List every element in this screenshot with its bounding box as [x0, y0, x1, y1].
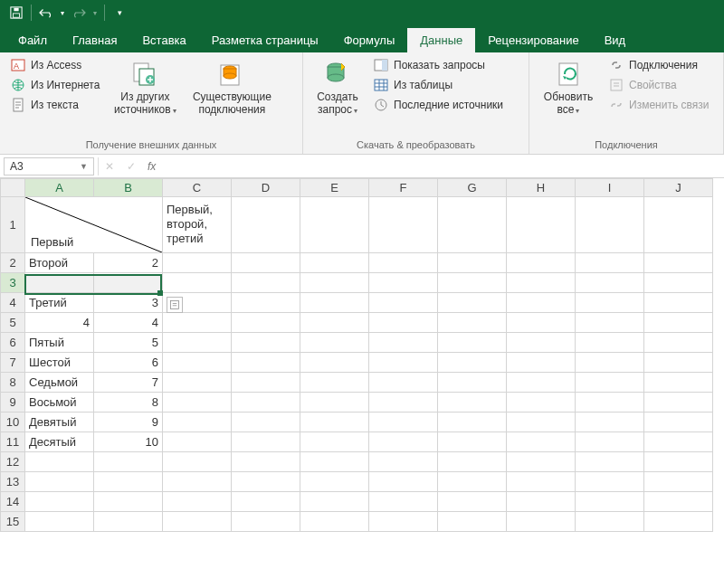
cell[interactable] [232, 353, 300, 373]
col-header-j[interactable]: J [644, 179, 713, 197]
cell[interactable] [300, 273, 369, 293]
cell[interactable] [94, 512, 163, 532]
cell[interactable] [644, 313, 713, 333]
cell[interactable] [438, 432, 507, 452]
cell[interactable] [232, 432, 300, 452]
cell-a5[interactable]: 4 [25, 313, 94, 333]
cell[interactable] [369, 253, 438, 273]
cell[interactable] [576, 273, 644, 293]
cell[interactable] [576, 492, 644, 512]
cell[interactable] [163, 393, 232, 413]
cell[interactable] [369, 512, 438, 532]
cell[interactable] [576, 197, 644, 253]
tab-insert[interactable]: Вставка [129, 28, 198, 52]
cell[interactable] [300, 353, 369, 373]
cell[interactable] [25, 472, 94, 492]
row-header-8[interactable]: 8 [1, 373, 25, 393]
cell[interactable] [369, 432, 438, 452]
cell-b2[interactable]: 2 [94, 253, 163, 273]
worksheet-grid[interactable]: A B C D E F G H I J 1 Первый Первый, вто… [0, 178, 724, 532]
cell[interactable] [507, 353, 576, 373]
cell-b5[interactable]: 4 [94, 313, 163, 333]
name-box[interactable]: A3 ▼ [4, 157, 94, 175]
cancel-button[interactable]: ✕ [99, 160, 120, 173]
row-header-7[interactable]: 7 [1, 353, 25, 373]
cell[interactable] [163, 273, 232, 293]
cell[interactable] [644, 452, 713, 472]
tab-home[interactable]: Главная [60, 28, 129, 52]
cell[interactable] [369, 472, 438, 492]
cell[interactable] [300, 393, 369, 413]
cell[interactable] [163, 452, 232, 472]
cell[interactable] [232, 253, 300, 273]
from-other-sources-button[interactable]: Из других источников▾ [109, 56, 181, 118]
cell-a4[interactable]: Третий [25, 293, 94, 313]
cell[interactable] [438, 472, 507, 492]
cell[interactable] [25, 492, 94, 512]
cell-a6[interactable]: Пятый [25, 333, 94, 353]
cell[interactable] [576, 393, 644, 413]
cell[interactable] [300, 432, 369, 452]
cell[interactable] [438, 373, 507, 393]
properties-button[interactable]: Свойства [605, 76, 712, 94]
redo-dropdown[interactable]: ▾ [90, 2, 100, 24]
cell[interactable] [644, 197, 713, 253]
cell-a3[interactable] [25, 273, 94, 293]
cell[interactable] [300, 313, 369, 333]
cell[interactable] [576, 293, 644, 313]
row-header-12[interactable]: 12 [1, 452, 25, 472]
cell[interactable] [438, 273, 507, 293]
tab-page-layout[interactable]: Разметка страницы [199, 28, 331, 52]
cell[interactable] [369, 313, 438, 333]
cell[interactable] [576, 472, 644, 492]
cell[interactable] [507, 197, 576, 253]
cell[interactable] [438, 313, 507, 333]
cell[interactable] [369, 333, 438, 353]
cell[interactable] [576, 253, 644, 273]
cell[interactable] [94, 472, 163, 492]
cell[interactable] [507, 452, 576, 472]
cell[interactable] [576, 353, 644, 373]
cell[interactable] [576, 432, 644, 452]
cell[interactable] [369, 393, 438, 413]
cell[interactable] [507, 373, 576, 393]
tab-data[interactable]: Данные [407, 28, 475, 52]
cell[interactable] [300, 373, 369, 393]
cell[interactable] [438, 253, 507, 273]
cell[interactable] [163, 313, 232, 333]
fx-button[interactable]: fx [142, 160, 161, 173]
undo-dropdown[interactable]: ▾ [57, 2, 68, 24]
show-queries-button[interactable]: Показать запросы [370, 56, 507, 74]
row-header-3[interactable]: 3 [1, 273, 25, 293]
col-header-b[interactable]: B [94, 179, 163, 197]
cell-b7[interactable]: 6 [94, 353, 163, 373]
cell[interactable] [163, 512, 232, 532]
cell-a1[interactable]: Первый [25, 197, 163, 253]
col-header-f[interactable]: F [369, 179, 438, 197]
row-header-6[interactable]: 6 [1, 333, 25, 353]
cell[interactable] [644, 293, 713, 313]
undo-button[interactable] [35, 2, 57, 24]
enter-button[interactable]: ✓ [120, 160, 142, 173]
cell-b8[interactable]: 7 [94, 373, 163, 393]
cell[interactable] [300, 452, 369, 472]
cell[interactable] [300, 333, 369, 353]
tab-formulas[interactable]: Формулы [331, 28, 408, 52]
cell[interactable] [644, 492, 713, 512]
cell[interactable] [507, 393, 576, 413]
cell[interactable] [369, 353, 438, 373]
cell[interactable] [369, 293, 438, 313]
cell[interactable] [163, 253, 232, 273]
cell-b6[interactable]: 5 [94, 333, 163, 353]
cell[interactable] [369, 452, 438, 472]
cell-a9[interactable]: Восьмой [25, 393, 94, 413]
cell[interactable] [163, 492, 232, 512]
cell[interactable] [644, 413, 713, 432]
row-header-9[interactable]: 9 [1, 393, 25, 413]
formula-input[interactable] [161, 157, 724, 175]
cell[interactable] [25, 512, 94, 532]
cell[interactable] [369, 413, 438, 432]
col-header-d[interactable]: D [232, 179, 300, 197]
cell[interactable] [300, 413, 369, 432]
col-header-g[interactable]: G [438, 179, 507, 197]
